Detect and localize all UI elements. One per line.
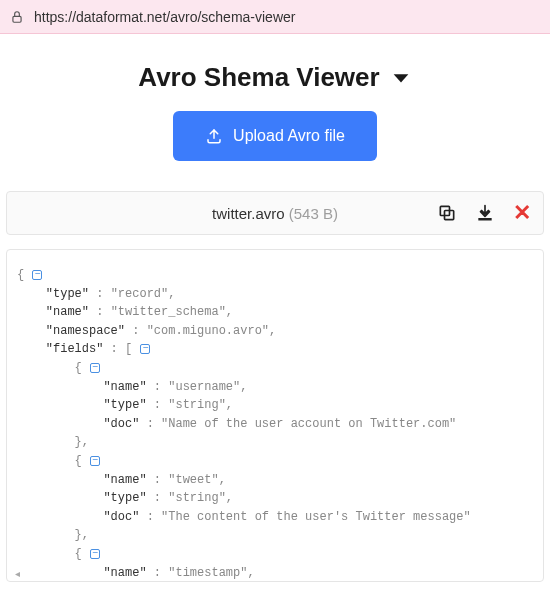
collapse-toggle[interactable]: − [90, 549, 100, 559]
chevron-down-icon [390, 67, 412, 89]
file-name: twitter.avro [212, 205, 285, 222]
upload-icon [205, 127, 223, 145]
title-row: Avro Shema Viewer [0, 34, 550, 111]
scroll-left-indicator[interactable]: ◂ [15, 568, 20, 579]
close-icon[interactable]: ✕ [513, 202, 531, 224]
upload-button[interactable]: Upload Avro file [173, 111, 377, 161]
collapse-toggle[interactable]: − [90, 363, 100, 373]
upload-button-label: Upload Avro file [233, 127, 345, 145]
svg-rect-3 [478, 218, 491, 221]
file-info-bar: twitter.avro (543 B) ✕ [6, 191, 544, 235]
svg-rect-0 [13, 16, 21, 22]
download-icon[interactable] [475, 203, 495, 223]
schema-json: { − "type" : "record", "name" : "twitter… [17, 266, 533, 582]
schema-viewer-panel: { − "type" : "record", "name" : "twitter… [6, 249, 544, 582]
browser-url-bar: https://dataformat.net/avro/schema-viewe… [0, 0, 550, 34]
lock-icon [10, 10, 24, 24]
collapse-toggle[interactable]: − [90, 456, 100, 466]
collapse-toggle[interactable]: − [32, 270, 42, 280]
copy-icon[interactable] [437, 203, 457, 223]
url-text[interactable]: https://dataformat.net/avro/schema-viewe… [34, 9, 295, 25]
upload-row: Upload Avro file [0, 111, 550, 191]
file-size: (543 B) [289, 205, 338, 222]
title-dropdown[interactable]: Avro Shema Viewer [138, 62, 411, 93]
collapse-toggle[interactable]: − [140, 344, 150, 354]
file-name-display: twitter.avro (543 B) [212, 205, 338, 222]
file-actions: ✕ [437, 202, 531, 224]
page-title: Avro Shema Viewer [138, 62, 379, 93]
